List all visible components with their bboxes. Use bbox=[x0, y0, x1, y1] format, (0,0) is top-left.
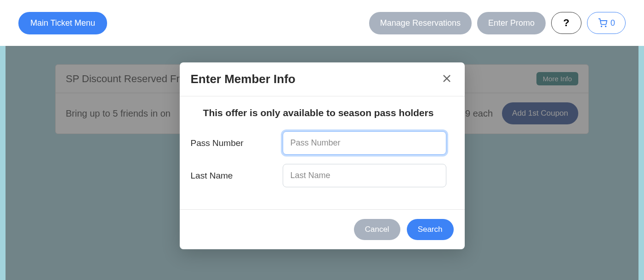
svg-point-0 bbox=[601, 26, 602, 27]
member-info-modal: Enter Member Info This offer is only ava… bbox=[180, 62, 465, 249]
last-name-row: Last Name bbox=[191, 164, 446, 187]
modal-header: Enter Member Info bbox=[180, 62, 465, 96]
modal-body: This offer is only available to season p… bbox=[180, 96, 465, 209]
header-left: Main Ticket Menu bbox=[18, 12, 107, 34]
question-icon: ? bbox=[563, 17, 569, 29]
header: Main Ticket Menu Manage Reservations Ent… bbox=[0, 0, 644, 46]
pass-number-input[interactable] bbox=[283, 131, 446, 155]
cart-count: 0 bbox=[610, 18, 615, 28]
modal-subtitle: This offer is only available to season p… bbox=[191, 107, 446, 118]
pass-number-row: Pass Number bbox=[191, 131, 446, 155]
last-name-input[interactable] bbox=[283, 164, 446, 187]
modal-title: Enter Member Info bbox=[191, 72, 296, 86]
close-icon bbox=[442, 73, 452, 84]
cart-icon bbox=[598, 18, 608, 28]
help-button[interactable]: ? bbox=[551, 12, 581, 34]
modal-close-button[interactable] bbox=[440, 72, 454, 87]
cart-button[interactable]: 0 bbox=[587, 12, 626, 34]
header-right: Manage Reservations Enter Promo ? 0 bbox=[369, 12, 626, 34]
search-button[interactable]: Search bbox=[407, 219, 454, 240]
enter-promo-button[interactable]: Enter Promo bbox=[477, 12, 546, 34]
cancel-button[interactable]: Cancel bbox=[354, 219, 400, 240]
last-name-label: Last Name bbox=[191, 171, 283, 181]
pass-number-label: Pass Number bbox=[191, 138, 283, 148]
manage-reservations-button[interactable]: Manage Reservations bbox=[369, 12, 472, 34]
svg-point-1 bbox=[605, 26, 606, 27]
main-ticket-menu-button[interactable]: Main Ticket Menu bbox=[18, 12, 107, 34]
modal-footer: Cancel Search bbox=[180, 209, 465, 249]
